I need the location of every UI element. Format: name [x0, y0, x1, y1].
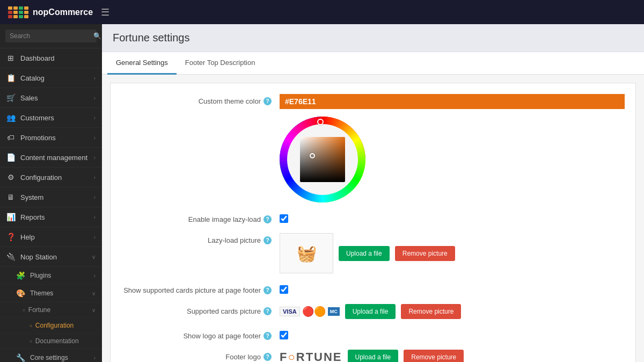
- lazy-load-checkbox[interactable]: [280, 214, 288, 223]
- chevron-down-icon: ∨: [92, 307, 96, 313]
- form-row-footer-logo: Footer logo ? F○RTUNE Upload a file Remo…: [121, 350, 625, 362]
- configuration-icon: ⚙: [6, 173, 15, 182]
- sidebar-item-content[interactable]: 📄 Content management ›: [0, 148, 102, 168]
- show-logo-checkbox[interactable]: [280, 331, 288, 339]
- form-label-supported-cards: Show supported cards picture at page foo…: [121, 283, 272, 294]
- lazy-picture-preview: 🧺: [280, 233, 333, 273]
- hamburger-icon[interactable]: ☰: [101, 6, 109, 18]
- sidebar-item-sales[interactable]: 🛒 Sales ›: [0, 88, 102, 108]
- sidebar-item-fortune[interactable]: ○ Fortune ∨: [0, 302, 102, 318]
- nop-station-icon: 🔌: [6, 252, 15, 261]
- sidebar-item-nop-station[interactable]: 🔌 Nop Station ∨: [0, 247, 102, 267]
- help-icon-lazy-picture[interactable]: ?: [264, 236, 272, 244]
- sales-icon: 🛒: [6, 93, 15, 102]
- tab-footer[interactable]: Footer Top Description: [177, 52, 264, 75]
- fortune-logo-preview: F○RTUNE: [280, 350, 342, 362]
- custom-theme-color-label: Custom theme color: [199, 97, 261, 105]
- help-icon-cards-picture[interactable]: ?: [264, 307, 272, 315]
- help-icon-supported-cards[interactable]: ?: [264, 286, 272, 294]
- chevron-right-icon: ›: [94, 234, 96, 240]
- search-input[interactable]: [10, 32, 90, 40]
- help-icon: ❓: [6, 233, 15, 241]
- core-settings-icon: 🔧: [16, 353, 25, 362]
- sidebar-item-system[interactable]: 🖥 System ›: [0, 187, 102, 207]
- promotions-icon: 🏷: [6, 133, 15, 142]
- form-label-lazy-picture: Lazy-load picture ?: [121, 233, 272, 244]
- form-row-cards-picture: Supported cards picture ? VISA 🔴🟠 MC Upl…: [121, 304, 625, 319]
- sidebar-item-label: Content management: [20, 154, 87, 162]
- help-icon-lazy-load[interactable]: ?: [264, 215, 272, 223]
- form-control-footer-logo: F○RTUNE Upload a file Remove picture: [280, 350, 625, 362]
- sidebar-item-configuration[interactable]: ⚙ Configuration ›: [0, 168, 102, 187]
- help-icon-color[interactable]: ?: [264, 97, 272, 105]
- chevron-right-icon: ›: [94, 155, 96, 161]
- circle-icon: ○: [30, 339, 32, 344]
- sidebar-item-label: Configuration: [20, 173, 62, 182]
- form-control-lazy-load: [280, 212, 625, 223]
- color-value-bar[interactable]: #E76E11: [280, 94, 625, 109]
- supported-cards-label: Show supported cards picture at page foo…: [123, 286, 261, 294]
- dashboard-icon: ⊞: [6, 54, 15, 62]
- content-icon: 📄: [6, 153, 15, 162]
- color-square: [300, 137, 345, 182]
- sidebar-item-themes[interactable]: 🎨 Themes ∨: [0, 285, 102, 302]
- form-label-show-logo: Show logo at page footer ?: [121, 329, 272, 340]
- sidebar-item-reports[interactable]: 📊 Reports ›: [0, 207, 102, 227]
- cards-picture-remove-button[interactable]: Remove picture: [401, 304, 461, 319]
- sidebar-item-label: Core settings: [30, 354, 68, 361]
- cards-picture-label: Supported cards picture: [187, 307, 261, 315]
- form-row-lazy-load: Enable image lazy-load ?: [121, 212, 625, 223]
- sidebar-item-label: Customers: [20, 114, 54, 122]
- topbar: nopCommerce ☰: [0, 0, 644, 24]
- form-row-show-logo: Show logo at page footer ?: [121, 329, 625, 340]
- sidebar-item-help[interactable]: ❓ Help ›: [0, 227, 102, 247]
- cards-picture-upload-button[interactable]: Upload a file: [345, 304, 396, 319]
- chevron-right-icon: ›: [94, 175, 96, 180]
- chevron-right-icon: ›: [94, 355, 96, 361]
- sidebar-item-documentation-sub[interactable]: ○ Documentation: [0, 334, 102, 349]
- chevron-down-icon: ∨: [92, 254, 96, 260]
- logo-dots: [8, 6, 28, 18]
- circle-icon: ○: [30, 323, 32, 328]
- main-content: Fortune settings General Settings Footer…: [102, 24, 644, 362]
- circle-icon: ○: [23, 308, 25, 313]
- form-row-supported-cards: Show supported cards picture at page foo…: [121, 283, 625, 294]
- color-wheel[interactable]: [280, 117, 365, 202]
- sidebar-item-promotions[interactable]: 🏷 Promotions ›: [0, 128, 102, 148]
- sidebar-item-customers[interactable]: 👥 Customers ›: [0, 108, 102, 128]
- system-icon: 🖥: [6, 193, 15, 201]
- mastercard: 🔴🟠: [302, 306, 326, 317]
- sidebar-item-configuration-sub[interactable]: ○ Configuration: [0, 318, 102, 334]
- form-control-cards-picture: VISA 🔴🟠 MC Upload a file Remove picture: [280, 304, 625, 319]
- sidebar-item-label: Dashboard: [20, 54, 55, 62]
- search-box: 🔍: [0, 24, 102, 48]
- page-header: Fortune settings: [102, 24, 644, 52]
- sidebar-item-core-settings[interactable]: 🔧 Core settings ›: [0, 349, 102, 362]
- sidebar-item-catalog[interactable]: 📋 Catalog ›: [0, 68, 102, 88]
- chevron-right-icon: ›: [94, 115, 96, 121]
- chevron-right-icon: ›: [94, 214, 96, 220]
- logo: nopCommerce: [8, 6, 93, 18]
- page-title: Fortune settings: [113, 32, 633, 44]
- help-icon-show-logo[interactable]: ?: [264, 332, 272, 340]
- sidebar-item-plugins[interactable]: 🧩 Plugins ›: [0, 267, 102, 285]
- sidebar-item-dashboard[interactable]: ⊞ Dashboard: [0, 48, 102, 68]
- sidebar-item-label: Catalog: [20, 74, 45, 82]
- sidebar-item-label: Help: [20, 233, 35, 241]
- customers-icon: 👥: [6, 113, 15, 122]
- chevron-right-icon: ›: [94, 273, 96, 279]
- help-icon-footer-logo[interactable]: ?: [264, 353, 272, 361]
- visa-card: VISA: [280, 307, 300, 316]
- show-logo-label: Show logo at page footer: [183, 332, 261, 340]
- cards-image: VISA 🔴🟠 MC: [280, 306, 340, 317]
- footer-logo-remove-button[interactable]: Remove picture: [404, 350, 464, 362]
- search-icon: 🔍: [93, 32, 101, 40]
- color-square-cursor: [310, 153, 315, 158]
- color-ring-cursor: [317, 119, 324, 125]
- lazy-picture-label: Lazy-load picture: [208, 236, 261, 244]
- footer-logo-upload-button[interactable]: Upload a file: [348, 350, 399, 362]
- tab-general[interactable]: General Settings: [107, 52, 177, 75]
- lazy-picture-upload-button[interactable]: Upload a file: [339, 246, 390, 261]
- lazy-picture-remove-button[interactable]: Remove picture: [395, 246, 455, 261]
- supported-cards-checkbox[interactable]: [280, 285, 288, 294]
